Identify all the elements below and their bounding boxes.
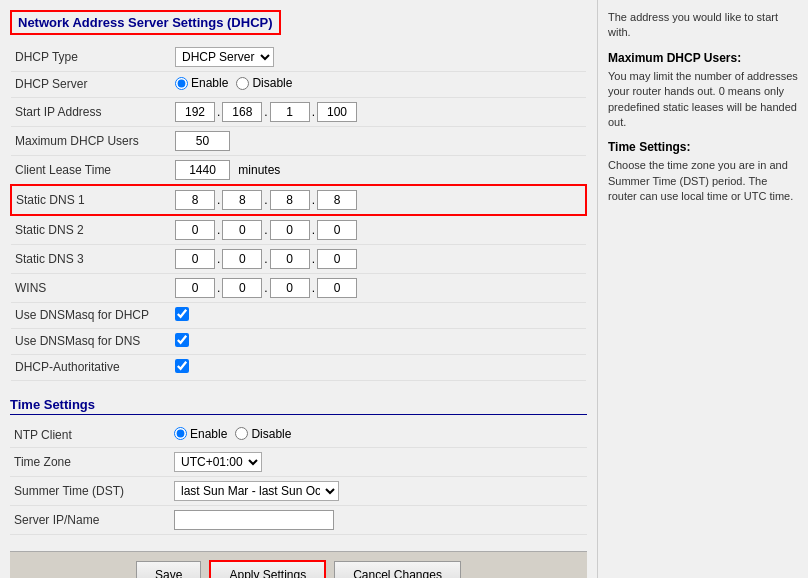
dhcp-enable-text: Enable bbox=[191, 76, 228, 90]
summer-time-label: Summer Time (DST) bbox=[10, 477, 170, 506]
dns2-2[interactable] bbox=[222, 220, 262, 240]
max-dhcp-help-section: Maximum DHCP Users: You may limit the nu… bbox=[608, 51, 798, 131]
dns1-4[interactable] bbox=[317, 190, 357, 210]
dns2-3[interactable] bbox=[270, 220, 310, 240]
timezone-label: Time Zone bbox=[10, 448, 170, 477]
dns1-2[interactable] bbox=[222, 190, 262, 210]
time-section-title: Time Settings bbox=[10, 397, 587, 415]
save-button[interactable]: Save bbox=[136, 561, 201, 578]
start-ip-group: . . . bbox=[175, 102, 357, 122]
static-dns2-label: Static DNS 2 bbox=[11, 215, 171, 245]
dhcp-server-label: DHCP Server bbox=[11, 72, 171, 98]
wins-3[interactable] bbox=[270, 278, 310, 298]
dhcp-authoritative-label: DHCP-Authoritative bbox=[11, 354, 171, 380]
dhcp-authoritative-checkbox[interactable] bbox=[175, 359, 189, 373]
dhcp-server-radio-group: Enable Disable bbox=[175, 76, 292, 90]
time-help-title: Time Settings: bbox=[608, 140, 798, 154]
dns3-2[interactable] bbox=[222, 249, 262, 269]
server-ip-label: Server IP/Name bbox=[10, 506, 170, 535]
ntp-enable-text: Enable bbox=[190, 427, 227, 441]
lease-time-input[interactable] bbox=[175, 160, 230, 180]
wins-label: WINS bbox=[11, 273, 171, 302]
lease-time-label: Client Lease Time bbox=[11, 155, 171, 185]
max-dhcp-help-text: You may limit the number of addresses yo… bbox=[608, 69, 798, 131]
max-dhcp-help-title: Maximum DHCP Users: bbox=[608, 51, 798, 65]
start-ip-label: Start IP Address bbox=[11, 97, 171, 126]
static-dns1-label: Static DNS 1 bbox=[11, 185, 171, 215]
wins-1[interactable] bbox=[175, 278, 215, 298]
ntp-radio-group: Enable Disable bbox=[174, 427, 291, 441]
wins-2[interactable] bbox=[222, 278, 262, 298]
dns1-group: . . . bbox=[175, 190, 357, 210]
dns1-1[interactable] bbox=[175, 190, 215, 210]
ntp-enable-radio[interactable] bbox=[174, 427, 187, 440]
cancel-changes-button[interactable]: Cancel Changes bbox=[334, 561, 461, 578]
max-dhcp-input[interactable] bbox=[175, 131, 230, 151]
dnsmasq-dns-checkbox[interactable] bbox=[175, 333, 189, 347]
time-help-section: Time Settings: Choose the time zone you … bbox=[608, 140, 798, 204]
dnsmasq-dhcp-label: Use DNSMasq for DHCP bbox=[11, 302, 171, 328]
dns1-3[interactable] bbox=[270, 190, 310, 210]
ntp-enable-label[interactable]: Enable bbox=[174, 427, 227, 441]
dns2-1[interactable] bbox=[175, 220, 215, 240]
minutes-label: minutes bbox=[238, 163, 280, 177]
dhcp-enable-label[interactable]: Enable bbox=[175, 76, 228, 90]
ntp-disable-radio[interactable] bbox=[235, 427, 248, 440]
server-ip-input[interactable] bbox=[174, 510, 334, 530]
time-help-text: Choose the time zone you are in and Summ… bbox=[608, 158, 798, 204]
dhcp-section-title: Network Address Server Settings (DHCP) bbox=[10, 10, 281, 35]
ntp-client-label: NTP Client bbox=[10, 423, 170, 448]
dhcp-type-label: DHCP Type bbox=[11, 43, 171, 72]
dns3-3[interactable] bbox=[270, 249, 310, 269]
static-dns3-label: Static DNS 3 bbox=[11, 244, 171, 273]
dns3-group: . . . bbox=[175, 249, 357, 269]
timezone-select[interactable]: UTC+01:00 bbox=[174, 452, 262, 472]
wins-4[interactable] bbox=[317, 278, 357, 298]
wins-group: . . . bbox=[175, 278, 357, 298]
dhcp-type-select[interactable]: DHCP Server bbox=[175, 47, 274, 67]
help-intro-text: The address you would like to start with… bbox=[608, 10, 798, 41]
dhcp-disable-label[interactable]: Disable bbox=[236, 76, 292, 90]
start-ip-2[interactable] bbox=[222, 102, 262, 122]
dns3-1[interactable] bbox=[175, 249, 215, 269]
ntp-disable-text: Disable bbox=[251, 427, 291, 441]
start-ip-3[interactable] bbox=[270, 102, 310, 122]
start-ip-4[interactable] bbox=[317, 102, 357, 122]
dns2-4[interactable] bbox=[317, 220, 357, 240]
ntp-disable-label[interactable]: Disable bbox=[235, 427, 291, 441]
summer-time-select[interactable]: last Sun Mar - last Sun Oct bbox=[174, 481, 339, 501]
apply-settings-button[interactable]: Apply Settings bbox=[209, 560, 326, 578]
dns3-4[interactable] bbox=[317, 249, 357, 269]
dnsmasq-dhcp-checkbox[interactable] bbox=[175, 307, 189, 321]
dnsmasq-dns-label: Use DNSMasq for DNS bbox=[11, 328, 171, 354]
dhcp-disable-text: Disable bbox=[252, 76, 292, 90]
start-ip-1[interactable] bbox=[175, 102, 215, 122]
max-dhcp-label: Maximum DHCP Users bbox=[11, 126, 171, 155]
dhcp-disable-radio[interactable] bbox=[236, 77, 249, 90]
dns2-group: . . . bbox=[175, 220, 357, 240]
dhcp-enable-radio[interactable] bbox=[175, 77, 188, 90]
